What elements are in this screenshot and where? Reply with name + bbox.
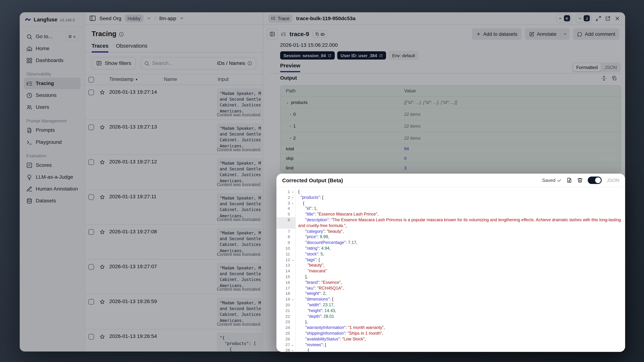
fold-spacer — [290, 330, 296, 336]
code-content: "width": 23.17, — [296, 302, 625, 308]
code-line[interactable]: 16 "brand": "Essence", — [276, 280, 625, 285]
json-code-editor[interactable]: 1⌄{2⌄ "products": [3⌄ {4 "id": 1,5 "titl… — [276, 187, 625, 352]
delete-icon[interactable] — [577, 178, 583, 183]
code-line[interactable]: 21 "height": 14.43, — [276, 308, 625, 314]
line-number: 27 — [278, 342, 290, 348]
line-gutter: 8 — [276, 234, 296, 240]
code-line[interactable]: 6 "description": "The Essence Mascara La… — [276, 217, 625, 228]
line-gutter: 16 — [276, 280, 296, 285]
code-content: "weight": 2, — [296, 291, 625, 296]
code-line[interactable]: 24 "warrantyInformation": "1 month warra… — [276, 325, 625, 330]
code-content: "price": 9.99, — [296, 234, 625, 240]
code-line[interactable]: 12⌄ "tags": [ — [276, 257, 625, 262]
line-number: 25 — [278, 330, 290, 336]
code-line[interactable]: 1⌄{ — [276, 189, 625, 195]
code-line[interactable]: 11 "stock": 5, — [276, 251, 625, 257]
fold-spacer — [290, 280, 296, 285]
code-content: "sku": "RCH45Q1A", — [296, 285, 625, 291]
line-gutter: 10 — [276, 246, 296, 251]
code-content: "stock": 5, — [296, 251, 625, 257]
fold-chevron-icon[interactable]: ⌄ — [290, 348, 296, 352]
code-content: { — [296, 200, 625, 206]
fold-chevron-icon[interactable]: ⌄ — [290, 189, 296, 195]
line-gutter: 22 — [276, 314, 296, 319]
line-gutter: 3⌄ — [276, 200, 296, 206]
line-number: 15 — [278, 274, 290, 280]
line-number: 19 — [278, 296, 290, 302]
fold-chevron-icon[interactable]: ⌄ — [290, 194, 296, 200]
code-line[interactable]: 14 "mascara" — [276, 268, 625, 274]
line-number: 13 — [278, 262, 290, 268]
code-line[interactable]: 8 "price": 9.99, — [276, 234, 625, 240]
line-gutter: 15 — [276, 274, 296, 280]
line-number: 11 — [278, 251, 290, 257]
fold-chevron-icon[interactable]: ⌄ — [290, 257, 296, 262]
fold-spacer — [290, 319, 296, 325]
code-content: { — [296, 348, 625, 352]
line-gutter: 25 — [276, 330, 296, 336]
code-line[interactable]: 19⌄ "dimensions": { — [276, 296, 625, 302]
fold-spacer — [290, 314, 296, 319]
line-gutter: 9 — [276, 240, 296, 246]
code-content: ], — [296, 274, 625, 280]
line-number: 23 — [278, 319, 290, 325]
line-gutter: 20 — [276, 302, 296, 308]
line-gutter: 11 — [276, 251, 296, 257]
code-line[interactable]: 3⌄ { — [276, 200, 625, 206]
line-gutter: 5 — [276, 212, 296, 217]
fold-spacer — [290, 302, 296, 308]
toggle-knob — [595, 178, 601, 183]
fold-spacer — [290, 229, 296, 234]
fold-spacer — [290, 308, 296, 314]
line-number: 9 — [278, 240, 290, 246]
check-icon — [557, 178, 562, 182]
code-line[interactable]: 15 ], — [276, 274, 625, 280]
code-line[interactable]: 2⌄ "products": [ — [276, 194, 625, 200]
fold-spacer — [290, 217, 296, 228]
fold-chevron-icon[interactable]: ⌄ — [290, 200, 296, 206]
corrected-output-header: Corrected Output (Beta) Saved JSON — [276, 174, 625, 187]
save-file-icon[interactable] — [566, 178, 572, 183]
code-line[interactable]: 28⌄ { — [276, 348, 625, 352]
code-content: "beauty", — [296, 262, 625, 268]
code-line[interactable]: 22 "depth": 28.01 — [276, 314, 625, 319]
code-line[interactable]: 17 "sku": "RCH45Q1A", — [276, 285, 625, 291]
code-line[interactable]: 7 "category": "beauty", — [276, 229, 625, 234]
code-line[interactable]: 23 }, — [276, 319, 625, 325]
line-gutter: 26 — [276, 336, 296, 342]
code-content: "depth": 28.01 — [296, 314, 625, 319]
fold-chevron-icon[interactable]: ⌄ — [290, 342, 296, 348]
line-gutter: 23 — [276, 319, 296, 325]
code-content: "id": 1, — [296, 206, 625, 212]
code-line[interactable]: 20 "width": 23.17, — [276, 302, 625, 308]
code-line[interactable]: 10 "rating": 4.94, — [276, 246, 625, 251]
code-line[interactable]: 5 "title": "Essence Mascara Lash Prince"… — [276, 212, 625, 217]
line-number: 18 — [278, 291, 290, 296]
line-number: 7 — [278, 229, 290, 234]
fold-spacer — [290, 212, 296, 217]
code-line[interactable]: 13 "beauty", — [276, 262, 625, 268]
line-number: 5 — [278, 212, 290, 217]
fold-spacer — [290, 246, 296, 251]
code-content: "warrantyInformation": "1 month warranty… — [296, 325, 625, 330]
code-content: }, — [296, 319, 625, 325]
code-content: "rating": 4.94, — [296, 246, 625, 251]
fold-spacer — [290, 262, 296, 268]
line-number: 16 — [278, 280, 290, 285]
line-number: 17 — [278, 285, 290, 291]
line-number: 14 — [278, 268, 290, 274]
line-gutter: 28⌄ — [276, 348, 296, 352]
code-line[interactable]: 26 "availabilityStatus": "Low Stock", — [276, 336, 625, 342]
code-line[interactable]: 4 "id": 1, — [276, 206, 625, 212]
code-line[interactable]: 9 "discountPercentage": 7.17, — [276, 240, 625, 246]
code-line[interactable]: 27⌄ "reviews": [ — [276, 342, 625, 348]
fold-spacer — [290, 291, 296, 296]
line-gutter: 4 — [276, 206, 296, 212]
line-number: 21 — [278, 308, 290, 314]
json-toggle[interactable] — [588, 176, 602, 184]
saved-label: Saved — [542, 178, 555, 182]
code-line[interactable]: 25 "shippingInformation": "Ships in 1 mo… — [276, 330, 625, 336]
fold-spacer — [290, 274, 296, 280]
code-line[interactable]: 18 "weight": 2, — [276, 291, 625, 296]
fold-chevron-icon[interactable]: ⌄ — [290, 296, 296, 302]
